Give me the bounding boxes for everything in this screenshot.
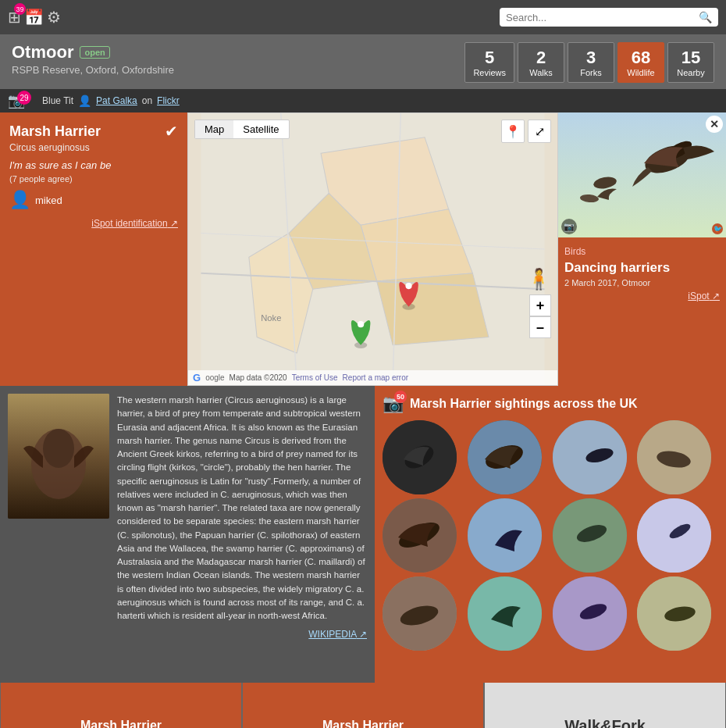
- sighting-item[interactable]: [637, 498, 711, 573]
- sighting-item[interactable]: [468, 576, 542, 651]
- harrier-photo-svg: [558, 112, 726, 237]
- id-card: Marsh Harrier ✔ Circus aeruginosus I'm a…: [0, 112, 187, 386]
- sighting-item[interactable]: [468, 498, 542, 573]
- map-tabs: Map Satellite: [194, 120, 290, 139]
- zoom-in-button[interactable]: +: [529, 294, 551, 316]
- sightings-panel: 📷 50 Marsh Harrier sightings across the …: [375, 386, 726, 683]
- map-location-button[interactable]: 📍: [501, 120, 525, 143]
- map-data-credit: Map data ©2020: [230, 373, 287, 382]
- svg-point-14: [358, 321, 364, 327]
- right-panel-info: Birds Dancing harriers 2 March 2017, Otm…: [558, 237, 726, 308]
- right-panel: ✕: [558, 112, 726, 386]
- bottom-card-2[interactable]: Marsh Harrier: [243, 683, 483, 728]
- search-bar[interactable]: 🔍: [500, 8, 718, 27]
- photo-source[interactable]: Flickr: [157, 95, 180, 106]
- photo-credit-bar: 📷 29 Blue Tit 👤 Pat Galka on Flickr: [0, 89, 726, 112]
- credit-on: on: [142, 95, 152, 106]
- close-button[interactable]: ✕: [706, 116, 723, 133]
- bottom-section: The western marsh harrier (Circus aerugi…: [0, 386, 726, 683]
- sightings-title: Marsh Harrier sightings across the UK: [410, 397, 638, 411]
- settings-icon[interactable]: ⚙: [47, 8, 61, 27]
- svg-point-12: [405, 283, 411, 289]
- map-tab-map[interactable]: Map: [195, 120, 233, 138]
- ispot-link-right[interactable]: iSpot ↗: [564, 291, 720, 302]
- svg-point-22: [43, 429, 74, 468]
- map-container: Noke Map Satellite 📍 ⤢ 🧍 + – G oogle M: [187, 112, 558, 386]
- location-subtitle: RSPB Reserve, Oxford, Oxfordshire: [12, 64, 174, 76]
- map-footer: G oogle Map data ©2020 Terms of Use Repo…: [188, 370, 557, 385]
- photo-camera-badge: 📷: [561, 219, 577, 234]
- thumbnail-svg: [8, 394, 109, 519]
- harrier-date: 2 March 2017, Otmoor: [564, 278, 720, 287]
- walk-fork-label: Walk&Fork: [564, 717, 646, 729]
- sighting-item[interactable]: [468, 420, 542, 494]
- map-person-icon[interactable]: 🧍: [526, 267, 551, 291]
- sighting-item[interactable]: [383, 498, 457, 573]
- stat-forks[interactable]: 3 Forks: [568, 42, 614, 83]
- photo-bird-badge: 🐦: [712, 223, 723, 234]
- sightings-grid: [383, 420, 718, 651]
- stat-reviews[interactable]: 5 Reviews: [464, 42, 514, 83]
- info-text: The western marsh harrier (Circus aerugi…: [117, 394, 367, 623]
- sighting-item[interactable]: [553, 420, 627, 494]
- user-icon-small: 👤: [78, 95, 91, 107]
- id-card-agree: (7 people agree): [9, 174, 178, 184]
- id-card-latin: Circus aeruginosus: [9, 142, 178, 153]
- search-input[interactable]: [506, 12, 699, 23]
- map-svg: Noke: [188, 113, 557, 385]
- map-controls-right: 📍 ⤢: [501, 120, 551, 143]
- bottom-card-walkfork[interactable]: Walk&Fork: [485, 683, 725, 728]
- stat-nearby[interactable]: 15 Nearby: [667, 42, 714, 83]
- stats-row: 5 Reviews 2 Walks 3 Forks 68 Wildlife 15…: [464, 42, 714, 83]
- id-card-title: Marsh Harrier: [9, 123, 101, 140]
- sightings-header: 📷 50 Marsh Harrier sightings across the …: [383, 394, 718, 414]
- credit-count-badge: 29: [17, 91, 31, 105]
- id-card-confidence: I'm as sure as I can be: [9, 159, 178, 171]
- calendar-icon[interactable]: 📅: [24, 8, 44, 27]
- sighting-item[interactable]: [383, 576, 457, 651]
- wikipedia-link[interactable]: WIKIPEDIA ↗: [117, 629, 367, 640]
- top-navigation: ⊞ 39 📅 ⚙ 🔍: [0, 0, 726, 34]
- search-icon: 🔍: [699, 11, 712, 23]
- map-expand-button[interactable]: ⤢: [528, 120, 551, 143]
- sighting-item[interactable]: [637, 576, 711, 651]
- map-logo: G: [193, 372, 201, 384]
- dancing-harriers-title: Dancing harriers: [564, 260, 720, 276]
- birds-label: Birds: [564, 246, 585, 257]
- bottom-cards-row: Marsh Harrier Marsh Harrier Walk&Fork: [0, 683, 726, 728]
- stat-wildlife[interactable]: 68 Wildlife: [617, 42, 664, 83]
- map-report[interactable]: Report a map error: [343, 373, 408, 382]
- map-tab-satellite[interactable]: Satellite: [233, 120, 288, 138]
- sighting-item[interactable]: [383, 420, 457, 494]
- map-zoom-controls: + –: [529, 294, 551, 338]
- sighting-item[interactable]: [553, 576, 627, 651]
- sighting-item[interactable]: [637, 420, 711, 494]
- user-icon: 👤: [9, 190, 30, 210]
- location-info: Otmoor open RSPB Reserve, Oxford, Oxford…: [12, 42, 174, 76]
- species-credit: Blue Tit: [42, 95, 73, 106]
- location-name: Otmoor: [12, 42, 73, 62]
- bottom-card-1[interactable]: Marsh Harrier: [1, 683, 241, 728]
- header: Otmoor open RSPB Reserve, Oxford, Oxford…: [0, 34, 726, 89]
- svg-text:Noke: Noke: [261, 313, 281, 323]
- ispot-link[interactable]: iSpot identification ↗: [9, 218, 178, 229]
- checkmark-icon: ✔: [165, 122, 178, 141]
- grid-icon[interactable]: ⊞ 39: [8, 8, 21, 27]
- map-terms[interactable]: Terms of Use: [292, 373, 338, 382]
- zoom-out-button[interactable]: –: [529, 316, 551, 338]
- info-box: The western marsh harrier (Circus aerugi…: [0, 386, 375, 683]
- sighting-item[interactable]: [553, 498, 627, 573]
- info-thumbnail: [8, 394, 109, 519]
- photographer-name[interactable]: Pat Galka: [96, 95, 137, 106]
- right-panel-photo: 📷 🐦: [558, 112, 726, 237]
- id-card-username: miked: [35, 194, 62, 206]
- sightings-count-badge: 50: [394, 391, 407, 403]
- open-badge: open: [80, 46, 109, 59]
- stat-walks[interactable]: 2 Walks: [518, 42, 564, 83]
